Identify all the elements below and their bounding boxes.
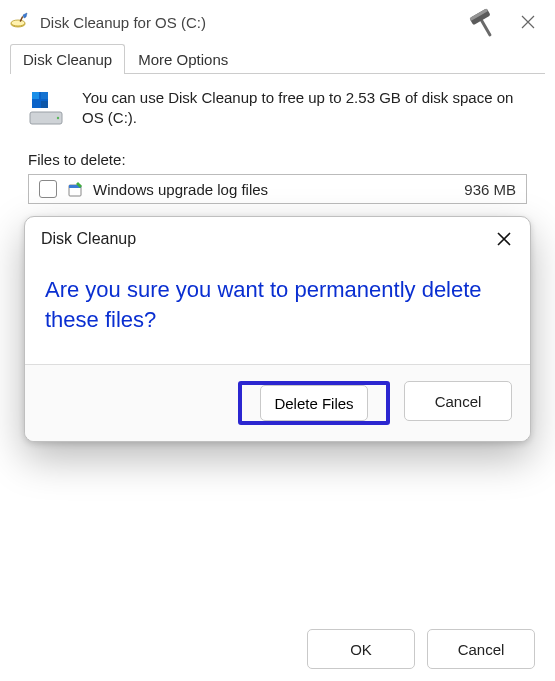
confirm-dialog-message: Are you sure you want to permanently del… — [25, 261, 530, 364]
cancel-button[interactable]: Cancel — [427, 629, 535, 669]
window-close-button[interactable] — [505, 0, 551, 44]
hammer-icon — [461, 0, 505, 44]
svg-rect-7 — [32, 92, 39, 99]
svg-rect-9 — [32, 101, 39, 108]
intro-text: You can use Disk Cleanup to free up to 2… — [82, 88, 527, 131]
files-to-delete-list: Windows upgrade log files 936 MB — [28, 174, 527, 204]
confirm-dialog-header: Disk Cleanup — [25, 217, 530, 261]
window-titlebar: Disk Cleanup for OS (C:) — [0, 0, 555, 44]
tab-disk-cleanup[interactable]: Disk Cleanup — [10, 44, 125, 74]
svg-rect-3 — [479, 18, 492, 37]
confirm-dialog: Disk Cleanup Are you sure you want to pe… — [24, 216, 531, 442]
disk-cleanup-icon — [10, 12, 30, 32]
delete-files-highlight: Delete Files — [238, 381, 390, 425]
list-item-name: Windows upgrade log files — [93, 181, 464, 198]
list-item[interactable]: Windows upgrade log files 936 MB — [29, 175, 526, 203]
intro-section: You can use Disk Cleanup to free up to 2… — [28, 88, 527, 131]
tab-strip: Disk Cleanup More Options — [0, 44, 555, 74]
list-item-checkbox[interactable] — [39, 180, 57, 198]
svg-point-12 — [57, 117, 59, 119]
files-to-delete-label: Files to delete: — [28, 151, 527, 168]
delete-files-button[interactable]: Delete Files — [260, 385, 368, 421]
tab-more-options[interactable]: More Options — [125, 44, 241, 74]
file-type-icon — [67, 180, 85, 198]
confirm-cancel-button[interactable]: Cancel — [404, 381, 512, 421]
drive-icon — [28, 88, 68, 131]
dialog-footer: OK Cancel — [307, 629, 535, 669]
confirm-dialog-close-button[interactable] — [486, 221, 522, 257]
list-item-size: 936 MB — [464, 181, 516, 198]
svg-rect-10 — [41, 101, 48, 108]
confirm-dialog-title: Disk Cleanup — [41, 230, 486, 248]
svg-rect-8 — [41, 92, 48, 99]
confirm-dialog-footer: Delete Files Cancel — [25, 364, 530, 441]
ok-button[interactable]: OK — [307, 629, 415, 669]
window-title: Disk Cleanup for OS (C:) — [40, 14, 461, 31]
svg-point-1 — [11, 20, 25, 26]
